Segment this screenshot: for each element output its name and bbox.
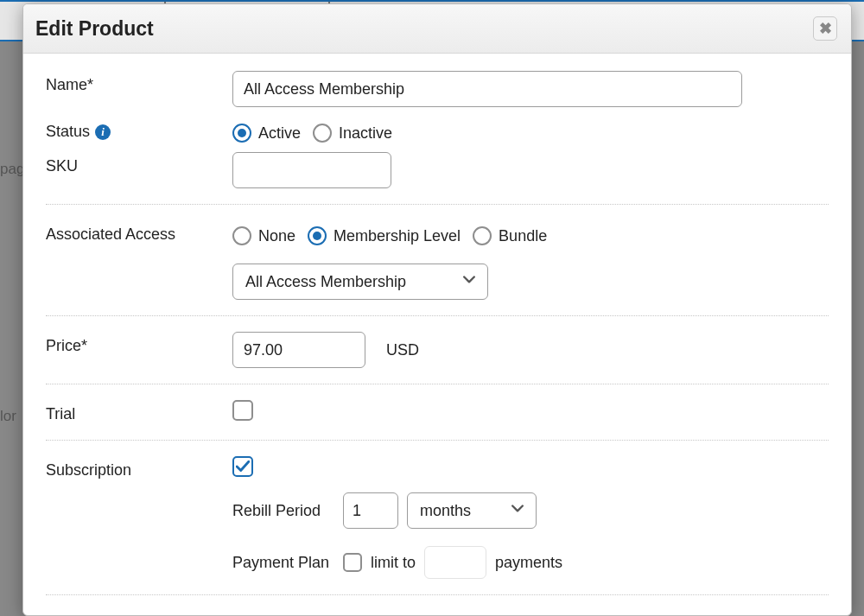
access-none-radio[interactable]: None: [232, 226, 295, 245]
row-subscription: Subscription Rebill Period months: [23, 449, 851, 586]
label-name: Name*: [46, 71, 232, 94]
row-associated-access: Associated Access None Membership Level …: [23, 213, 851, 307]
radio-circle-icon: [232, 124, 251, 143]
radio-circle-icon: [308, 226, 327, 245]
sku-input[interactable]: [232, 152, 391, 188]
row-name: Name*: [23, 64, 851, 114]
membership-select[interactable]: All Access Membership: [232, 264, 488, 300]
access-bundle-radio[interactable]: Bundle: [473, 226, 547, 245]
row-trial: Trial: [23, 393, 851, 431]
status-active-label: Active: [258, 124, 301, 143]
name-input[interactable]: [232, 71, 742, 107]
access-membership-radio[interactable]: Membership Level: [308, 226, 461, 245]
trial-checkbox[interactable]: [232, 400, 253, 421]
membership-select-value: All Access Membership: [245, 273, 406, 291]
divider: [46, 440, 829, 441]
chevron-down-icon: [463, 276, 475, 288]
modal-title: Edit Product: [35, 17, 154, 41]
label-sku: SKU: [46, 152, 232, 175]
label-price: Price*: [46, 332, 232, 355]
payment-plan-prefix: limit to: [371, 554, 416, 572]
close-button[interactable]: ✖: [813, 16, 837, 41]
label-associated-access: Associated Access: [46, 220, 232, 244]
label-subscription: Subscription: [46, 456, 232, 479]
radio-circle-icon: [473, 226, 492, 245]
edit-product-modal: Edit Product ✖ Name* Status i Active: [22, 3, 852, 616]
status-inactive-radio[interactable]: Inactive: [313, 124, 392, 143]
subscription-checkbox[interactable]: [232, 456, 253, 477]
label-trial: Trial: [46, 400, 232, 423]
row-status: Status i Active Inactive: [23, 114, 851, 152]
modal-body: Name* Status i Active Inactive: [23, 54, 851, 604]
price-currency: USD: [386, 341, 419, 359]
divider: [46, 315, 829, 316]
status-inactive-label: Inactive: [339, 124, 392, 143]
rebill-unit-select[interactable]: months: [407, 492, 537, 529]
modal-header: Edit Product ✖: [23, 4, 851, 54]
price-input[interactable]: [232, 332, 365, 368]
status-active-radio[interactable]: Active: [232, 124, 301, 143]
divider: [46, 204, 829, 205]
close-icon: ✖: [819, 19, 832, 38]
label-status: Status i: [46, 117, 232, 141]
payment-plan-checkbox[interactable]: [343, 553, 362, 572]
backdrop-text: lor: [0, 408, 16, 425]
row-price: Price* USD: [23, 325, 851, 375]
rebill-unit-value: months: [420, 502, 471, 520]
payment-plan-label: Payment Plan: [232, 554, 334, 572]
label-status-text: Status: [46, 123, 90, 141]
status-radio-group: Active Inactive: [232, 117, 829, 149]
access-none-label: None: [258, 227, 295, 245]
info-icon[interactable]: i: [95, 124, 111, 140]
payment-plan-suffix: payments: [495, 554, 562, 572]
radio-circle-icon: [232, 226, 251, 245]
payment-plan-row: Payment Plan limit to payments: [232, 546, 829, 579]
rebill-label: Rebill Period: [232, 502, 334, 520]
rebill-value-input[interactable]: [343, 492, 398, 529]
divider: [46, 594, 829, 595]
access-radio-group: None Membership Level Bundle: [232, 220, 829, 251]
chevron-down-icon: [511, 505, 524, 517]
row-sku: SKU: [23, 152, 851, 195]
backdrop-text: pag: [0, 161, 24, 178]
rebill-row: Rebill Period months: [232, 492, 829, 529]
access-bundle-label: Bundle: [499, 227, 547, 245]
divider: [46, 384, 829, 384]
access-membership-label: Membership Level: [334, 227, 461, 245]
payment-plan-input[interactable]: [424, 546, 486, 579]
radio-circle-icon: [313, 124, 332, 143]
